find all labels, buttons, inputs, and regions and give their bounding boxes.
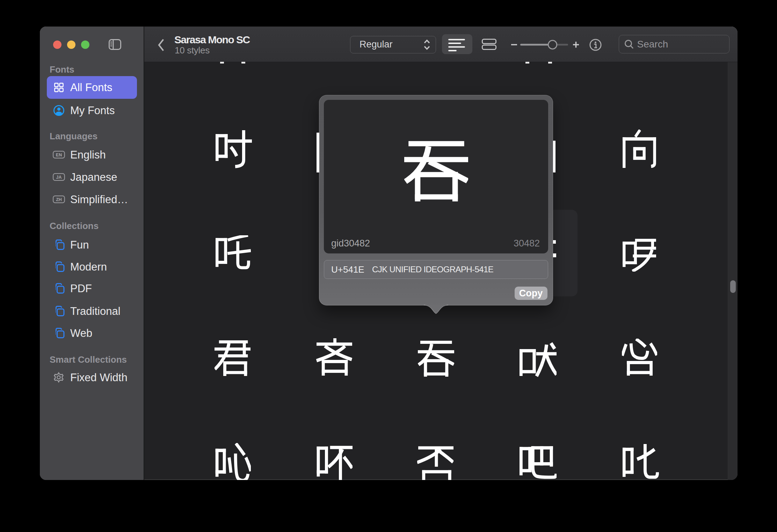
svg-text:EN: EN [56, 153, 62, 157]
svg-text:ZH: ZH [56, 197, 62, 202]
svg-text:JA: JA [56, 175, 62, 180]
